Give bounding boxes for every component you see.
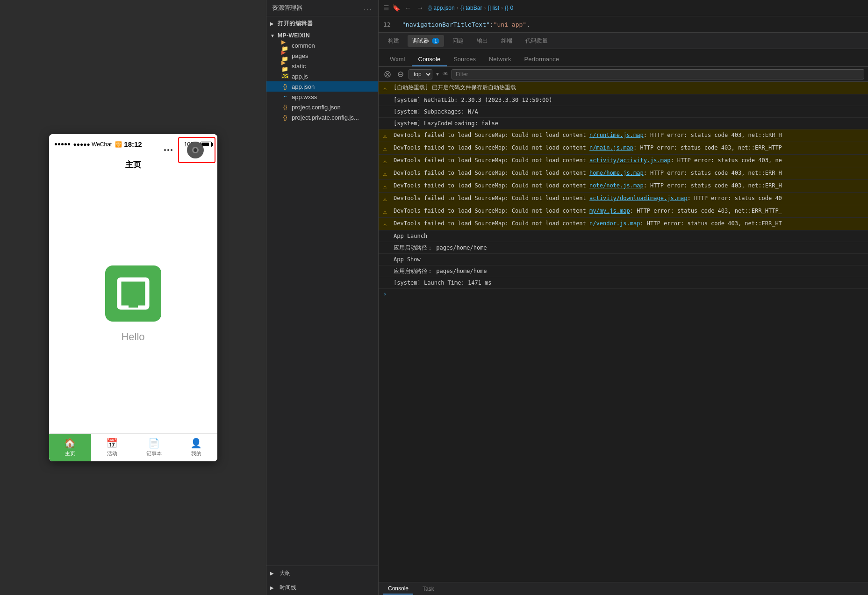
filter-icon	[397, 71, 404, 78]
file-icon-wxss: ~	[281, 93, 289, 100]
toolbar-tab-quality[interactable]: 代码质量	[521, 35, 552, 47]
uni-logo	[105, 265, 161, 322]
bottom-tab-console[interactable]: Console	[383, 583, 413, 595]
record-circle-button[interactable]	[187, 142, 204, 158]
toolbar-tab-output[interactable]: 输出	[472, 35, 493, 47]
context-selector[interactable]: top	[409, 69, 432, 79]
phone-content: Hello	[49, 175, 217, 433]
filter-input[interactable]	[452, 69, 864, 79]
tree-item-app-json[interactable]: {} app.json	[266, 81, 378, 92]
code-punct: :	[490, 21, 494, 28]
hamburger-icon[interactable]: ☰	[383, 4, 389, 12]
phone-tabbar: 🏠 主页 📅 活动 📄 记事本 👤 我的	[49, 433, 217, 461]
tree-item-app-wxss[interactable]: ~ app.wxss	[266, 92, 378, 102]
mp-weixin-label: MP-WEIXIN	[278, 32, 310, 39]
tab-activity[interactable]: 📅 活动	[91, 434, 133, 461]
opened-editors-section: ▶ 打开的编辑器	[266, 18, 378, 29]
breadcrumb-app-json[interactable]: {} app.json	[428, 5, 455, 11]
tree-item-project-private[interactable]: {} project.private.config.js...	[266, 112, 378, 122]
warn-icon: ⚠	[383, 170, 390, 178]
dt-tab-console[interactable]: Console	[412, 53, 447, 66]
dt-tab-wxml[interactable]: Wxml	[383, 53, 412, 66]
breadcrumb-sep1: ›	[457, 5, 459, 11]
breadcrumb-list[interactable]: [] list	[488, 5, 499, 11]
notes-icon: 📄	[148, 437, 160, 449]
tree-item-project-config[interactable]: {} project.config.json	[266, 102, 378, 112]
eye-icon[interactable]: 👁	[443, 71, 449, 78]
toolbar-tab-terminal[interactable]: 终端	[496, 35, 517, 47]
breadcrumb-path: {} app.json › {} tabBar › [] list › {} 0	[428, 5, 513, 11]
opened-editors-arrow: ▶	[270, 21, 278, 26]
dt-tab-sources[interactable]: Sources	[447, 53, 482, 66]
app-wxss-label: app.wxss	[292, 93, 317, 100]
tab-notes[interactable]: 📄 记事本	[133, 434, 175, 461]
bookmark-icon[interactable]: 🔖	[392, 4, 400, 12]
breadcrumb-sep2: ›	[484, 5, 486, 11]
log-item: ⚠ DevTools failed to load SourceMap: Cou…	[379, 155, 868, 167]
file-icon-js: JS	[281, 72, 289, 80]
sourcemap-link[interactable]: activity/downloadimage.js.map	[589, 195, 688, 201]
sourcemap-link[interactable]: home/home.js.map	[589, 170, 644, 176]
log-item: ⚠ DevTools failed to load SourceMap: Cou…	[379, 205, 868, 218]
sourcemap-link[interactable]: note/note.js.map	[589, 182, 644, 189]
callstack-header[interactable]: ▶ 时间线	[266, 582, 378, 593]
outline-arrow: ▶	[270, 571, 278, 576]
file-explorer-panel: 资源管理器 ... ▶ 打开的编辑器 ▼ MP-WEIXIN ▶ 📁 commo…	[266, 0, 379, 595]
bottom-tab-task[interactable]: Task	[418, 584, 439, 594]
devtools-toolbar: 构建 调试器 1 问题 输出 终端 代码质量	[379, 33, 868, 49]
tree-item-static[interactable]: ▶ 📁 static	[266, 61, 378, 71]
console-clear-button[interactable]	[382, 69, 393, 79]
log-text: [system] LazyCodeLoading: false	[394, 119, 863, 128]
common-label: common	[292, 42, 315, 49]
forward-button[interactable]: →	[415, 3, 425, 13]
log-item: ⚠ [自动热重载] 已开启代码文件保存后自动热重载	[379, 82, 868, 94]
explorer-more-button[interactable]: ...	[364, 4, 373, 12]
back-button[interactable]: ←	[403, 3, 413, 13]
dt-tab-performance[interactable]: Performance	[518, 53, 566, 66]
carrier-label: ●●●●● WeChat	[73, 141, 112, 148]
pages-label: pages	[292, 52, 308, 59]
log-text: [自动热重载] 已开启代码文件保存后自动热重载	[394, 83, 863, 92]
breadcrumb-tabbar[interactable]: {} tabBar	[460, 5, 482, 11]
app-js-label: app.js	[292, 73, 308, 80]
toolbar-tab-build[interactable]: 构建	[383, 35, 404, 47]
toolbar-tab-debugger[interactable]: 调试器 1	[408, 35, 444, 47]
opened-editors-header[interactable]: ▶ 打开的编辑器	[266, 18, 378, 29]
breadcrumb-0[interactable]: {} 0	[505, 5, 513, 11]
outline-header[interactable]: ▶ 大纲	[266, 568, 378, 579]
phone-signal: ●●●●● WeChat 🛜	[55, 141, 122, 148]
dots-menu[interactable]	[164, 149, 172, 151]
explorer-header: 资源管理器 ...	[266, 0, 378, 16]
debugger-badge: 1	[432, 38, 439, 44]
dt-tab-network[interactable]: Network	[482, 53, 518, 66]
sourcemap-link[interactable]: activity/activity.js.map	[589, 157, 670, 164]
sourcemap-link[interactable]: n/vendor.js.map	[589, 220, 640, 227]
log-text: DevTools failed to load SourceMap: Could…	[394, 181, 863, 190]
sourcemap-link[interactable]: n/main.js.map	[589, 144, 633, 151]
warn-icon: ⚠	[383, 182, 390, 191]
toolbar-tab-issues[interactable]: 问题	[448, 35, 468, 47]
code-value: "uni-app"	[494, 21, 526, 28]
log-text: App Launch	[394, 232, 863, 240]
phone-navbar-title: 主页	[125, 159, 141, 170]
console-filter-button[interactable]	[395, 69, 406, 79]
code-comma: .	[526, 21, 530, 28]
log-item: ⚠ DevTools failed to load SourceMap: Cou…	[379, 180, 868, 193]
log-text: DevTools failed to load SourceMap: Could…	[394, 219, 863, 228]
tab-home[interactable]: 🏠 主页	[49, 434, 91, 461]
file-icon-project-private: {}	[281, 114, 289, 121]
warn-icon: ⚠	[383, 195, 390, 203]
log-text: 应用启动路径： pages/home/home	[394, 267, 863, 275]
sourcemap-link[interactable]: n/runtime.js.map	[589, 132, 644, 138]
log-item: ⚠ DevTools failed to load SourceMap: Cou…	[379, 167, 868, 180]
tree-item-app-js[interactable]: JS app.js	[266, 71, 378, 81]
tab-mine[interactable]: 👤 我的	[175, 434, 217, 461]
breadcrumb-nav: ← →	[403, 3, 425, 13]
outline-label: 大纲	[280, 569, 291, 577]
activity-icon: 📅	[106, 437, 118, 449]
console-log: ⚠ [自动热重载] 已开启代码文件保存后自动热重载 [system] WeCha…	[379, 82, 868, 582]
log-text: [system] WeChatLib: 2.30.3 (2023.3.30 12…	[394, 96, 863, 104]
tab-mine-label: 我的	[191, 450, 201, 457]
sourcemap-link[interactable]: my/my.js.map	[589, 208, 630, 214]
explorer-title: 资源管理器	[272, 4, 302, 12]
